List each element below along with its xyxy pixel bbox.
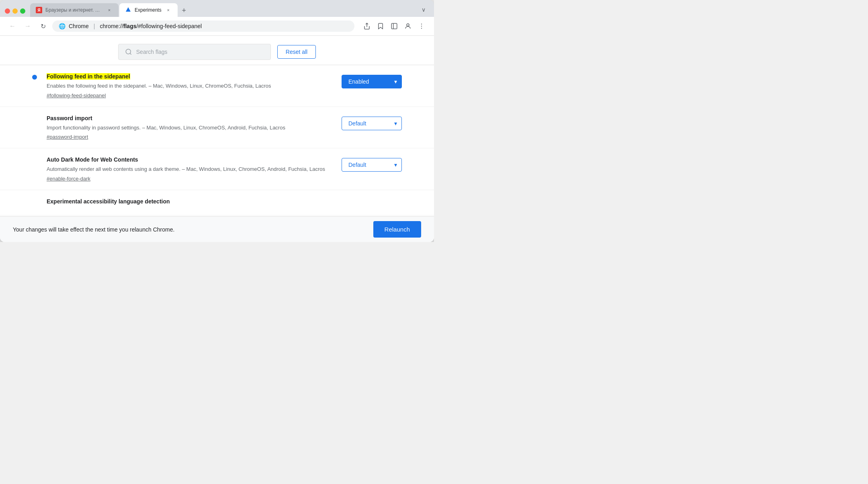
flag-link-password-import[interactable]: #password-import bbox=[47, 134, 332, 140]
flag-select-following-feed[interactable]: Default Enabled Disabled bbox=[342, 75, 402, 88]
flag-content-auto-dark-mode: Auto Dark Mode for Web Contents Automati… bbox=[47, 156, 332, 182]
tab-1-close[interactable]: × bbox=[106, 6, 113, 14]
flag-description-password-import: Import functionality in password setting… bbox=[47, 124, 332, 132]
tab-dropdown-button[interactable]: ∨ bbox=[418, 4, 429, 15]
traffic-lights bbox=[5, 8, 25, 17]
flag-select-wrapper-password-import: Default Enabled Disabled bbox=[342, 117, 402, 130]
svg-point-5 bbox=[407, 24, 409, 26]
flag-content-following-feed: Following feed in the sidepanel Enables … bbox=[47, 73, 332, 98]
flag-title-highlighted-text: Following feed in the sidepanel bbox=[47, 73, 130, 80]
flag-select-password-import[interactable]: Default Enabled Disabled bbox=[342, 117, 402, 130]
relaunch-button[interactable]: Relaunch bbox=[373, 221, 421, 238]
browser-window: Я Браузеры и интернет. Скача… × Experime… bbox=[0, 0, 434, 242]
reset-all-button[interactable]: Reset all bbox=[277, 45, 316, 59]
sidebar-button[interactable] bbox=[388, 20, 400, 32]
share-button[interactable] bbox=[361, 20, 373, 32]
tab-bar: Я Браузеры и интернет. Скача… × Experime… bbox=[30, 3, 429, 17]
toolbar-icons bbox=[361, 20, 428, 32]
flags-list: Following feed in the sidepanel Enables … bbox=[0, 65, 434, 242]
flag-content-accessibility-language: Experimental accessibility language dete… bbox=[47, 198, 392, 207]
flag-title-password-import: Password import bbox=[47, 115, 332, 121]
flag-inactive-indicator-2 bbox=[32, 158, 37, 163]
globe-icon: 🌐 bbox=[59, 23, 66, 29]
svg-point-9 bbox=[126, 49, 131, 54]
flag-control-following-feed: Default Enabled Disabled bbox=[342, 75, 402, 88]
maximize-button[interactable] bbox=[20, 8, 25, 14]
forward-button[interactable]: → bbox=[22, 20, 34, 32]
flag-item-accessibility-language: Experimental accessibility language dete… bbox=[0, 190, 434, 215]
flag-description-following-feed: Enables the following feed in the sidepa… bbox=[47, 82, 332, 90]
flag-active-indicator bbox=[32, 75, 37, 80]
svg-marker-2 bbox=[126, 7, 131, 12]
bottom-bar: Your changes will take effect the next t… bbox=[0, 216, 434, 242]
menu-button[interactable] bbox=[416, 20, 428, 32]
svg-point-7 bbox=[421, 26, 422, 27]
profile-button[interactable] bbox=[402, 20, 414, 32]
tab-1-title: Браузеры и интернет. Скача… bbox=[45, 7, 102, 13]
tab-2[interactable]: Experiments × bbox=[119, 3, 178, 17]
flag-item-following-feed: Following feed in the sidepanel Enables … bbox=[0, 65, 434, 107]
page-content: Search flags Reset all Following feed in… bbox=[0, 36, 434, 242]
flag-link-auto-dark-mode[interactable]: #enable-force-dark bbox=[47, 176, 332, 182]
flag-title-following-feed: Following feed in the sidepanel bbox=[47, 73, 332, 80]
flag-select-wrapper-following-feed: Default Enabled Disabled bbox=[342, 75, 402, 88]
minimize-button[interactable] bbox=[12, 8, 18, 14]
flag-control-password-import: Default Enabled Disabled bbox=[342, 117, 402, 130]
tab-2-close[interactable]: × bbox=[165, 6, 172, 14]
flag-item-auto-dark-mode: Auto Dark Mode for Web Contents Automati… bbox=[0, 148, 434, 190]
close-button[interactable] bbox=[5, 8, 10, 14]
flag-item-password-import: Password import Import functionality in … bbox=[0, 107, 434, 149]
back-icon: ← bbox=[9, 23, 16, 30]
svg-text:Я: Я bbox=[37, 8, 40, 12]
url-site-name: Chrome bbox=[69, 23, 89, 29]
tab-2-favicon bbox=[125, 7, 131, 13]
tab-1[interactable]: Я Браузеры и интернет. Скача… × bbox=[30, 3, 119, 17]
flag-content-password-import: Password import Import functionality in … bbox=[47, 115, 332, 140]
flag-link-following-feed[interactable]: #following-feed-sidepanel bbox=[47, 92, 332, 98]
flag-select-wrapper-auto-dark-mode: Default Enabled Disabled bbox=[342, 158, 402, 172]
flag-inactive-indicator-3 bbox=[32, 200, 37, 205]
reload-button[interactable]: ↻ bbox=[37, 20, 49, 32]
url-bar[interactable]: 🌐 Chrome | chrome://flags/#following-fee… bbox=[52, 21, 354, 32]
flags-header: Search flags Reset all bbox=[0, 36, 434, 65]
url-flags: flags bbox=[123, 23, 137, 29]
flag-title-auto-dark-mode: Auto Dark Mode for Web Contents bbox=[47, 156, 332, 163]
flag-select-auto-dark-mode[interactable]: Default Enabled Disabled bbox=[342, 158, 402, 172]
svg-rect-3 bbox=[391, 23, 397, 29]
new-tab-button[interactable]: + bbox=[178, 5, 190, 16]
address-bar: ← → ↻ 🌐 Chrome | chrome://flags/#followi… bbox=[0, 17, 434, 36]
tab-2-title: Experiments bbox=[135, 7, 162, 13]
svg-point-8 bbox=[421, 28, 422, 29]
url-path: chrome://flags/#following-feed-sidepanel bbox=[100, 23, 202, 29]
flag-inactive-indicator-1 bbox=[32, 117, 37, 121]
url-anchor: /#following-feed-sidepanel bbox=[136, 23, 202, 29]
tab-1-favicon: Я bbox=[36, 7, 42, 13]
flag-description-auto-dark-mode: Automatically render all web contents us… bbox=[47, 165, 332, 173]
page-wrapper: Search flags Reset all Following feed in… bbox=[0, 36, 434, 242]
flag-control-auto-dark-mode: Default Enabled Disabled bbox=[342, 158, 402, 172]
url-scheme: chrome:// bbox=[100, 23, 123, 29]
svg-point-6 bbox=[421, 24, 422, 25]
flag-title-accessibility-language: Experimental accessibility language dete… bbox=[47, 198, 392, 205]
url-separator: | bbox=[94, 23, 95, 29]
forward-icon: → bbox=[25, 23, 31, 30]
reload-icon: ↻ bbox=[41, 23, 46, 30]
search-box[interactable]: Search flags bbox=[118, 44, 271, 60]
relaunch-notice: Your changes will take effect the next t… bbox=[13, 226, 174, 233]
back-button[interactable]: ← bbox=[6, 20, 18, 32]
title-bar: Я Браузеры и интернет. Скача… × Experime… bbox=[0, 0, 434, 17]
bookmark-button[interactable] bbox=[375, 20, 387, 32]
search-placeholder: Search flags bbox=[136, 49, 168, 55]
